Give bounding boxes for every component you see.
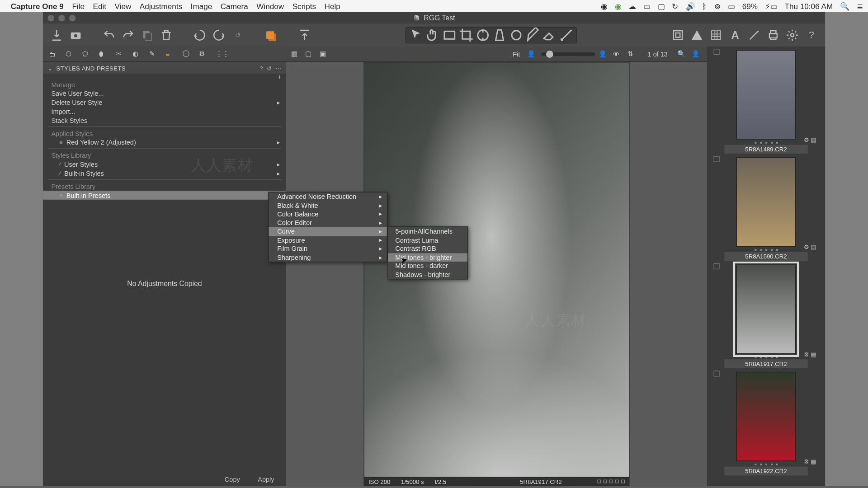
preset-category-color-editor[interactable]: Color Editor▸ — [269, 218, 387, 227]
preset-category-advanced-noise-reduction[interactable]: Advanced Noise Reduction▸ — [269, 192, 387, 201]
status-timemachine-icon[interactable]: ↻ — [672, 1, 679, 10]
tab-capture-icon[interactable]: ⬡ — [66, 50, 77, 58]
brush-tool-icon[interactable] — [525, 28, 541, 42]
panel-menu-icon[interactable]: ⋯ — [275, 65, 282, 71]
hand-tool-icon[interactable] — [425, 28, 440, 42]
thumb-checkbox[interactable] — [713, 156, 719, 162]
clone-icon[interactable] — [141, 28, 154, 42]
help-icon[interactable]: ? — [805, 28, 818, 42]
annotations-icon[interactable]: A — [728, 28, 741, 42]
tab-metadata-icon[interactable]: ⓘ — [183, 49, 194, 58]
thumbnail[interactable]: ⚙ ▤5R8A1489.CR2 — [724, 50, 808, 154]
menu-stack-styles[interactable]: Stack Styles — [43, 116, 286, 125]
loupe-tool-icon[interactable] — [442, 28, 457, 42]
menu-help[interactable]: Help — [324, 1, 340, 10]
curve-preset-shadows-brighter[interactable]: Shadows - brighter — [388, 270, 467, 279]
tab-details-icon[interactable]: ✎ — [149, 50, 161, 58]
import-icon[interactable] — [50, 28, 63, 42]
view-grid-icon[interactable]: ▦ — [291, 50, 302, 58]
apply-button[interactable]: Apply — [258, 475, 274, 483]
menu-camera[interactable]: Camera — [221, 1, 248, 10]
status-display-icon[interactable]: ▭ — [643, 1, 651, 10]
status-bluetooth-icon[interactable]: ᛒ — [702, 1, 707, 10]
focus-mask-icon[interactable] — [671, 28, 684, 42]
thumbnail[interactable]: ⚙ ▤5R8A1922.CR2 — [724, 372, 808, 475]
notification-center-icon[interactable]: ≣ — [857, 1, 863, 10]
menu-user-styles[interactable]: User Styles▸ — [43, 160, 286, 169]
print-icon[interactable] — [767, 28, 780, 42]
macos-menubar[interactable]: Capture One 9 File Edit View Adjustments… — [0, 0, 868, 12]
tab-library-icon[interactable]: 🗀 — [49, 50, 61, 57]
compare-icon[interactable]: ⇅ — [627, 50, 638, 58]
rotate-tool-icon[interactable] — [475, 28, 491, 42]
rating-strip[interactable] — [597, 480, 625, 483]
menu-scripts[interactable]: Scripts — [292, 1, 316, 10]
zoom-user-icon[interactable]: 👤 — [527, 50, 538, 58]
preferences-icon[interactable] — [786, 28, 799, 42]
curve-preset--point-allchannels[interactable]: 5-point-AllChannels — [388, 227, 467, 235]
thumb-checkbox[interactable] — [713, 371, 719, 376]
thumbnail[interactable]: ⚙ ▤5R8A1917.CR2 — [724, 265, 808, 368]
traffic-lights[interactable] — [43, 14, 76, 21]
tab-batch-icon[interactable]: ⋮⋮ — [216, 50, 227, 58]
eraser-tool-icon[interactable] — [542, 28, 557, 42]
menu-builtin-presets[interactable]: Built-in Presets▸ — [43, 191, 286, 200]
menu-adjustments[interactable]: Adjustments — [140, 1, 182, 10]
panel-reset-icon[interactable]: ↺ — [267, 65, 272, 71]
grid-icon[interactable] — [709, 28, 722, 42]
thumb-rating[interactable] — [724, 464, 808, 465]
proof-view-icon[interactable]: 👁 — [613, 50, 624, 57]
spotlight-icon[interactable]: 🔍 — [840, 1, 849, 10]
window-titlebar[interactable]: 🗎RGG Test — [43, 12, 825, 23]
fit-label[interactable]: Fit — [513, 50, 520, 57]
thumb-image[interactable] — [736, 50, 796, 140]
pick-icon[interactable] — [748, 28, 761, 42]
tab-color-icon[interactable]: ⬮ — [99, 50, 111, 58]
thumb-checkbox[interactable] — [713, 49, 719, 55]
pointer-tool-icon[interactable] — [408, 28, 424, 42]
keystone-tool-icon[interactable] — [492, 28, 507, 42]
menu-builtin-styles[interactable]: Built-in Styles▸ — [43, 169, 286, 178]
curve-preset-mid-tones-darker[interactable]: Mid tones - darker — [388, 262, 467, 270]
app-menu[interactable]: Capture One 9 — [11, 1, 64, 10]
preset-category-film-grain[interactable]: Film Grain▸ — [269, 244, 387, 253]
tab-exposure-icon[interactable]: ◐ — [132, 50, 144, 58]
view-single-icon[interactable]: ▢ — [305, 50, 316, 58]
preset-category-exposure[interactable]: Exposure▸ — [269, 236, 387, 244]
status-wifi-icon[interactable]: ⊚ — [714, 1, 721, 10]
proof-profile-icon[interactable]: 👤 — [599, 50, 609, 58]
thumb-image[interactable] — [736, 265, 796, 354]
thumbnail[interactable]: ⚙ ▤5R8A1590.CR2 — [724, 157, 808, 261]
status-volume-icon[interactable]: 🔊 — [686, 1, 695, 10]
gradient-tool-icon[interactable] — [559, 28, 574, 42]
menubar-clock[interactable]: Thu 10:06 AM — [784, 1, 833, 10]
menu-save-user-style[interactable]: Save User Style... — [43, 89, 286, 98]
rotate-right-icon[interactable] — [212, 28, 225, 42]
menu-delete-user-style[interactable]: Delete User Style▸ — [43, 98, 286, 107]
reset-icon[interactable]: ↺ — [231, 28, 245, 42]
status-airplay-icon[interactable]: ▢ — [658, 1, 665, 10]
thumbnail-browser[interactable]: ⚙ ▤5R8A1489.CR2⚙ ▤5R8A1590.CR2⚙ ▤5R8A191… — [707, 47, 825, 486]
panel-header[interactable]: ⌄ STYLES AND PRESETS ? ↺ ⋯ — [43, 62, 286, 74]
capture-icon[interactable] — [69, 28, 82, 42]
crop-tool-icon[interactable] — [458, 28, 474, 42]
search-icon[interactable]: 🔍 — [677, 50, 688, 58]
preset-category-sharpening[interactable]: Sharpening▸ — [269, 253, 387, 262]
exposure-warning-icon[interactable] — [690, 28, 703, 42]
menu-file[interactable]: File — [72, 1, 85, 10]
menu-edit[interactable]: Edit — [93, 1, 106, 10]
tab-output-icon[interactable]: ⚙ — [199, 50, 211, 58]
menu-applied-item[interactable]: Red Yellow 2 (Adjusted)▸ — [43, 138, 286, 147]
panel-add-icon[interactable]: + — [278, 73, 281, 80]
thumb-image[interactable] — [736, 372, 796, 461]
spot-tool-icon[interactable] — [509, 28, 524, 42]
thumb-checkbox[interactable] — [713, 263, 719, 269]
redo-icon[interactable] — [122, 28, 135, 42]
curve-preset-contrast-luma[interactable]: Contrast Luma — [388, 236, 467, 244]
menu-view[interactable]: View — [114, 1, 131, 10]
menu-image[interactable]: Image — [191, 1, 212, 10]
view-multi-icon[interactable]: ▣ — [320, 50, 330, 58]
status-battery-icon[interactable]: ▭ — [728, 1, 735, 10]
thumb-image[interactable] — [736, 157, 796, 247]
rotate-left-icon[interactable] — [193, 28, 206, 42]
